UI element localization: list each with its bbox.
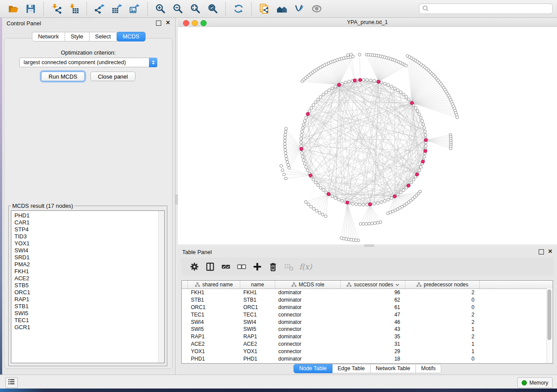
- close-icon[interactable]: ×: [548, 247, 552, 256]
- cell-mcds-role[interactable]: connector: [275, 341, 341, 347]
- float-window-icon[interactable]: [156, 21, 161, 26]
- table-row[interactable]: SWI5SWI5connector431: [182, 326, 553, 333]
- search-box[interactable]: [419, 3, 553, 14]
- cell-shared-name[interactable]: RAP1: [188, 334, 240, 340]
- mcds-result-item[interactable]: YOX1: [14, 240, 164, 247]
- column-header-successor-nodes[interactable]: successor nodes: [341, 281, 405, 289]
- cell-predecessor-nodes[interactable]: 0: [405, 356, 480, 362]
- cell-mcds-role[interactable]: dominator: [275, 334, 341, 340]
- cell-name[interactable]: SWI4: [240, 319, 275, 325]
- column-header-MCDS-role[interactable]: MCDS role: [275, 281, 341, 289]
- close-icon[interactable]: ×: [166, 18, 170, 27]
- unselect-all-icon[interactable]: [234, 260, 249, 273]
- column-header-predecessor-nodes[interactable]: predecessor nodes: [405, 281, 480, 289]
- cell-name[interactable]: RAP1: [240, 334, 275, 340]
- column-header-name[interactable]: name: [240, 281, 275, 289]
- cell-shared-name[interactable]: TEC1: [188, 312, 240, 318]
- cell-shared-name[interactable]: SWI4: [188, 319, 240, 325]
- cell-mcds-role[interactable]: connector: [275, 312, 341, 318]
- cell-successor-nodes[interactable]: 61: [341, 304, 405, 310]
- cell-predecessor-nodes[interactable]: 2: [405, 319, 480, 325]
- column-header-shared-name[interactable]: shared name: [188, 281, 240, 289]
- mcds-result-item[interactable]: GCR1: [14, 324, 164, 331]
- cell-predecessor-nodes[interactable]: 1: [405, 326, 480, 332]
- cell-predecessor-nodes[interactable]: 2: [405, 334, 480, 340]
- mcds-result-item[interactable]: STB1: [14, 303, 164, 310]
- table-row[interactable]: RAP1RAP1dominator352: [182, 333, 553, 340]
- table-row[interactable]: ACE2ACE2connector311: [182, 340, 553, 348]
- zoom-out-icon[interactable]: [170, 2, 185, 15]
- table-row[interactable]: FKH1FKH1dominator962: [182, 289, 553, 296]
- columns-icon[interactable]: [202, 260, 218, 273]
- table-row[interactable]: PHD1PHD1dominator180: [182, 355, 553, 362]
- refresh-icon[interactable]: [231, 2, 246, 15]
- mcds-result-item[interactable]: SWI4: [14, 247, 164, 254]
- table-row[interactable]: STB1STB1dominator620: [182, 296, 553, 304]
- cell-successor-nodes[interactable]: 35: [341, 334, 405, 340]
- mcds-result-item[interactable]: STB5: [14, 282, 164, 289]
- home-pair-icon[interactable]: [274, 2, 289, 15]
- tab-network-table[interactable]: Network Table: [370, 364, 416, 373]
- cell-mcds-role[interactable]: dominator: [275, 289, 341, 296]
- birds-eye-icon[interactable]: [309, 2, 324, 15]
- export-network-icon[interactable]: [92, 2, 107, 15]
- mcds-result-item[interactable]: TEC1: [14, 317, 164, 324]
- mcds-result-item[interactable]: SWI5: [14, 310, 164, 317]
- cell-predecessor-nodes[interactable]: 0: [405, 304, 480, 310]
- import-table-icon[interactable]: [66, 2, 81, 15]
- cell-name[interactable]: TEC1: [240, 312, 275, 318]
- zoom-fit-icon[interactable]: [188, 2, 203, 15]
- mcds-result-item[interactable]: PHD1: [14, 212, 164, 219]
- optimization-criterion-select[interactable]: largest connected component (undirected): [19, 58, 157, 67]
- table-row[interactable]: YOX1YOX1connector291: [182, 347, 553, 355]
- table-row[interactable]: TEC1TEC1connector472: [182, 311, 553, 318]
- open-file-icon[interactable]: [6, 2, 21, 15]
- tab-mcds[interactable]: MCDS: [117, 32, 145, 41]
- graphics-details-icon[interactable]: [292, 2, 307, 15]
- cell-name[interactable]: ACE2: [240, 341, 275, 347]
- select-all-icon[interactable]: [218, 260, 234, 273]
- cell-successor-nodes[interactable]: 62: [341, 297, 405, 303]
- table-scrollbar[interactable]: [547, 289, 553, 363]
- import-network-icon[interactable]: [49, 2, 64, 15]
- cell-mcds-role[interactable]: dominator: [275, 304, 341, 310]
- task-history-button[interactable]: [5, 377, 18, 388]
- mcds-result-item[interactable]: SRD1: [14, 254, 164, 261]
- tab-style[interactable]: Style: [65, 32, 90, 41]
- table-row[interactable]: ORC1ORC1dominator610: [182, 304, 553, 311]
- tab-motifs[interactable]: Motifs: [416, 364, 441, 373]
- mcds-result-item[interactable]: CAR1: [14, 219, 164, 226]
- tab-select[interactable]: Select: [90, 32, 117, 41]
- mcds-result-item[interactable]: ACE2: [14, 275, 164, 282]
- search-input[interactable]: [429, 5, 550, 12]
- close-panel-button[interactable]: Close panel: [90, 72, 135, 81]
- tab-network[interactable]: Network: [32, 32, 65, 41]
- cell-mcds-role[interactable]: dominator: [275, 319, 341, 325]
- cell-shared-name[interactable]: PHD1: [188, 356, 240, 362]
- export-table-icon[interactable]: [110, 2, 125, 15]
- cell-name[interactable]: PHD1: [240, 356, 275, 362]
- cell-successor-nodes[interactable]: 18: [341, 356, 405, 362]
- network-file-icon[interactable]: [257, 2, 272, 15]
- save-icon[interactable]: [23, 2, 38, 15]
- cell-name[interactable]: YOX1: [240, 348, 275, 354]
- cell-mcds-role[interactable]: dominator: [275, 297, 341, 303]
- cell-name[interactable]: SWI5: [240, 326, 275, 332]
- memory-button[interactable]: Memory: [517, 377, 553, 388]
- cell-mcds-role[interactable]: dominator: [275, 356, 341, 362]
- mcds-result-item[interactable]: PMA2: [14, 261, 164, 268]
- table-scrollbar-thumb[interactable]: [547, 289, 551, 340]
- cell-shared-name[interactable]: STB1: [188, 297, 240, 303]
- cell-shared-name[interactable]: FKH1: [188, 289, 240, 296]
- cell-shared-name[interactable]: YOX1: [188, 348, 240, 354]
- mcds-result-item[interactable]: RAP1: [14, 296, 164, 303]
- cell-successor-nodes[interactable]: 46: [341, 319, 405, 325]
- tab-node-table[interactable]: Node Table: [294, 364, 332, 373]
- cell-mcds-role[interactable]: connector: [275, 348, 341, 354]
- cell-shared-name[interactable]: ACE2: [188, 341, 240, 347]
- cell-predecessor-nodes[interactable]: 2: [405, 312, 480, 318]
- cell-predecessor-nodes[interactable]: 2: [405, 289, 480, 296]
- table-row[interactable]: SWI4SWI4dominator462: [182, 318, 553, 326]
- cell-predecessor-nodes[interactable]: 0: [405, 297, 480, 303]
- gear-icon[interactable]: [187, 260, 202, 273]
